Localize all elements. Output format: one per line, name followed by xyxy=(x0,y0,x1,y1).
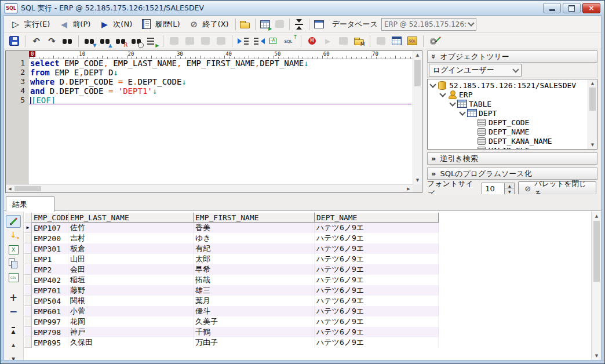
table-row[interactable]: EMP200吉村ゆきハテツ6ノ9エ xyxy=(24,233,591,243)
macro-stop-button[interactable] xyxy=(336,34,351,48)
sql-code-area[interactable]: select EMP_CODE, EMP_LAST_NAME, EMP_FIRS… xyxy=(29,59,413,184)
grid-cell[interactable]: EMP504 xyxy=(32,296,68,306)
scroll-up-icon[interactable]: ▲ xyxy=(592,213,602,220)
find-next-button[interactable]: ▼ xyxy=(82,34,97,48)
scroll-down-icon[interactable]: ▼ xyxy=(588,141,597,148)
tree-item-dept[interactable]: DEPT xyxy=(429,108,587,118)
grid-window-button[interactable] xyxy=(389,34,404,48)
incremental-find-button[interactable] xyxy=(129,34,144,48)
scroll-up-icon[interactable]: ▲ xyxy=(413,51,422,59)
row-selector-header[interactable] xyxy=(24,213,32,223)
tree-item-dept_name[interactable]: DEPT_NAME xyxy=(429,127,587,136)
database-combobox[interactable]: ERP @ 52.185.175.126:15 xyxy=(381,18,476,31)
grid-cell[interactable]: EMP1 xyxy=(32,254,68,264)
tree-item-dept_kana_name[interactable]: DEPT_KANA_NAME xyxy=(429,136,587,145)
grid-cell[interactable]: 万由子 xyxy=(194,337,315,348)
edit-record-button[interactable] xyxy=(6,215,21,228)
grid-cell[interactable]: 会田 xyxy=(68,264,194,275)
scroll-up-button[interactable]: ▲ xyxy=(6,339,21,351)
disabled-button-3[interactable] xyxy=(198,34,213,48)
disabled-button-1[interactable] xyxy=(167,34,181,48)
grid-cell[interactable]: 有紀 xyxy=(194,243,315,254)
export-csv-button[interactable]: CSV xyxy=(6,272,21,283)
grid-cell[interactable]: 関根 xyxy=(68,296,194,306)
next-button[interactable]: ▶次(N) xyxy=(94,17,136,31)
grid-cell[interactable]: 香美 xyxy=(194,223,315,233)
grid-cell[interactable]: ハテツ6ノ9エ xyxy=(315,275,439,285)
row-selector[interactable] xyxy=(24,264,32,275)
prev-button[interactable]: ◀前(P) xyxy=(54,17,94,31)
tree-item-dept_code[interactable]: DEPT_CODE xyxy=(429,118,587,127)
tree-item-table[interactable]: TABLE xyxy=(429,99,587,108)
grid-cell[interactable]: ゆき xyxy=(194,233,315,243)
chevron-down-icon[interactable] xyxy=(466,19,476,30)
replace-button[interactable]: R xyxy=(114,34,128,48)
table-row[interactable]: EMP701藤野雄三ハテツ6ノ9エ xyxy=(24,285,591,296)
fit-view-button[interactable] xyxy=(292,17,307,31)
grid-cell[interactable]: EMP2 xyxy=(32,264,68,275)
table-row[interactable]: EMP798神戸千鶴ハテツ6ノ9エ xyxy=(24,327,591,337)
disabled-button-5[interactable] xyxy=(374,34,388,48)
open-file-button[interactable] xyxy=(238,17,253,31)
exec-to-grid-button[interactable]: ▶ xyxy=(258,17,272,31)
grid-cell[interactable]: 雄三 xyxy=(194,285,315,296)
chevron-expand-icon[interactable] xyxy=(429,81,436,88)
scrollbar-thumb[interactable] xyxy=(14,186,41,191)
row-selector[interactable] xyxy=(24,327,32,337)
execute-button[interactable]: ▷実行(E) xyxy=(6,17,54,31)
grid-cell[interactable]: ハテツ6ノ9エ xyxy=(315,264,439,275)
scrollbar-thumb[interactable] xyxy=(414,60,421,86)
quit-button[interactable]: ⊘終了(X) xyxy=(184,17,233,31)
row-selector[interactable] xyxy=(24,233,32,243)
grid-cell[interactable]: 小菅 xyxy=(68,306,194,316)
grid-cell[interactable]: 優斗 xyxy=(194,306,315,316)
indent-button[interactable] xyxy=(236,34,250,48)
grid-cell[interactable]: 久美子 xyxy=(194,316,315,327)
grid-cell[interactable]: 太郎 xyxy=(194,254,315,264)
grid-cell[interactable]: 稲垣 xyxy=(68,275,194,285)
delete-row-button[interactable]: − xyxy=(6,305,21,317)
outdent-button[interactable] xyxy=(252,34,266,48)
find-prev-button[interactable]: ▲ xyxy=(98,34,112,48)
grid-cell[interactable]: ハテツ6ノ9エ xyxy=(315,254,439,264)
table-row[interactable]: ▶EMP107佐竹香美ハテツ6ノ9エ xyxy=(24,223,591,233)
row-selector[interactable] xyxy=(24,296,32,306)
editor-horizontal-scrollbar[interactable]: ◀ ▶ xyxy=(6,184,413,192)
save-button[interactable] xyxy=(7,34,21,48)
grid-cell[interactable]: EMP402 xyxy=(32,275,68,285)
scroll-left-icon[interactable]: ◀ xyxy=(6,185,14,192)
export-excel-button[interactable]: X xyxy=(6,244,21,256)
grid-cell[interactable]: EMP601 xyxy=(32,306,68,316)
grid-cell[interactable]: 神戸 xyxy=(68,327,194,337)
editor-vertical-scrollbar[interactable]: ▲ ▼ xyxy=(413,51,422,184)
grid-cell[interactable]: EMP798 xyxy=(32,327,68,337)
sql-editor[interactable]: 12345 01020304050607080 select EMP_CODE,… xyxy=(5,50,422,193)
row-selector[interactable]: ▶ xyxy=(24,223,32,233)
grid-cell[interactable]: ハテツ6ノ9エ xyxy=(315,306,439,316)
row-selector[interactable] xyxy=(24,285,32,296)
settings-button[interactable] xyxy=(427,34,442,48)
grid-cell[interactable]: 吉村 xyxy=(68,233,194,243)
macro-open-button[interactable]: M xyxy=(352,34,366,48)
result-grid[interactable]: EMP_CODEEMP_LAST_NAMEEMP_FIRST_NAMEDEPT_… xyxy=(24,213,591,361)
row-selector[interactable] xyxy=(24,243,32,254)
title-bar[interactable]: SQL SQL 実行 - ERP @ 52.185.175.126:1521/S… xyxy=(1,1,604,16)
minimize-button[interactable] xyxy=(543,3,561,13)
font-size-value[interactable]: 10 xyxy=(482,183,505,195)
grid-cell[interactable]: ハテツ6ノ9エ xyxy=(315,243,439,254)
grid-cell[interactable]: EMP200 xyxy=(32,233,68,243)
grid-cell[interactable]: ハテツ6ノ9エ xyxy=(315,337,439,348)
font-size-spinner[interactable]: 10 ▲ ▼ xyxy=(482,183,515,195)
macro-play-button[interactable]: ▶ xyxy=(320,34,335,48)
tab-results[interactable]: 結果 xyxy=(6,196,54,212)
column-header-emp_last_name[interactable]: EMP_LAST_NAME xyxy=(68,213,194,223)
table-row[interactable]: EMP895久保田万由子ハテツ6ノ9エ xyxy=(24,337,591,348)
grid-cell[interactable]: EMP701 xyxy=(32,285,68,296)
row-selector[interactable] xyxy=(24,275,32,285)
row-selector[interactable] xyxy=(24,316,32,327)
row-selector[interactable] xyxy=(24,254,32,264)
result-vertical-scrollbar[interactable]: ▲ ▼ xyxy=(591,212,602,361)
table-row[interactable]: EMP2会田早希ハテツ6ノ9エ xyxy=(24,264,591,275)
table-row[interactable]: EMP301板倉有紀ハテツ6ノ9エ xyxy=(24,243,591,254)
scroll-down-icon[interactable]: ▼ xyxy=(413,176,422,184)
